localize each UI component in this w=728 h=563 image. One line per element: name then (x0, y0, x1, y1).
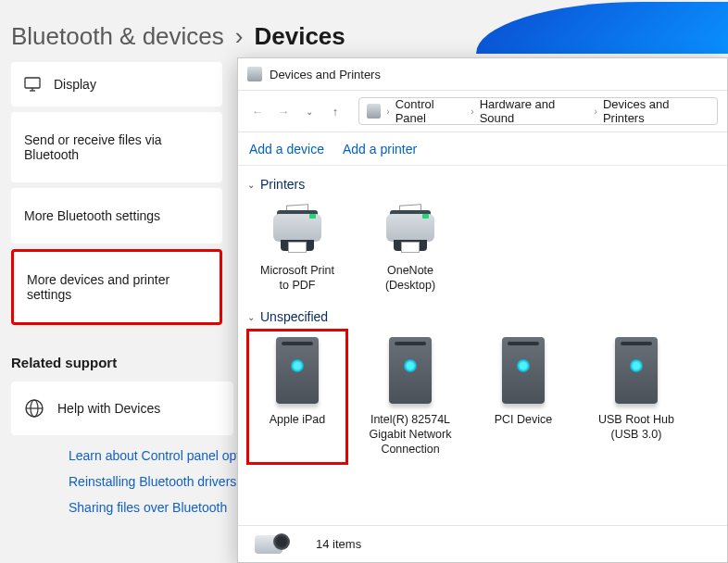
content-area: ⌄ Printers Microsoft Print to PDF OneNot… (238, 166, 727, 525)
category-label: Unspecified (260, 309, 328, 324)
add-printer-button[interactable]: Add a printer (343, 142, 417, 156)
breadcrumb-current: Devices (254, 22, 345, 51)
settings-item-label: Send or receive files via Bluetooth (24, 132, 209, 162)
category-unspecified[interactable]: ⌄ Unspecified (247, 306, 718, 330)
up-button[interactable]: ↑ (325, 101, 345, 121)
device-icon (269, 337, 326, 409)
titlebar[interactable]: Devices and Printers (238, 58, 727, 90)
devices-printers-icon (247, 67, 262, 81)
chevron-down-icon: ⌄ (247, 180, 255, 190)
breadcrumb-sep: › (235, 22, 244, 51)
status-bar: 14 items (238, 525, 727, 562)
settings-item-label: Display (54, 77, 96, 92)
device-item[interactable]: USB Root Hub (USB 3.0) (590, 333, 683, 460)
chevron-down-icon: ⌄ (247, 312, 255, 322)
nav-arrows: ← → ⌄ ↑ (247, 101, 345, 121)
toolbar: Add a device Add a printer (238, 132, 727, 166)
help-with-devices-label: Help with Devices (57, 401, 160, 416)
settings-item-label: More devices and printer settings (27, 272, 207, 302)
category-printers[interactable]: ⌄ Printers (247, 173, 718, 197)
status-device-icon (251, 532, 299, 557)
device-label: PCI Device (495, 413, 553, 428)
nav-bar: ← → ⌄ ↑ › Control Panel › Hardware and S… (238, 90, 727, 132)
settings-list: Display Send or receive files via Blueto… (0, 62, 233, 325)
category-label: Printers (260, 177, 305, 192)
printer-item[interactable]: OneNote (Desktop) (364, 201, 457, 296)
settings-item-send-receive[interactable]: Send or receive files via Bluetooth (11, 112, 222, 182)
devices-printers-window: Devices and Printers ← → ⌄ ↑ › Control P… (237, 57, 728, 563)
breadcrumb: Bluetooth & devices › Devices (0, 0, 482, 62)
device-icon (382, 337, 439, 409)
device-item-apple-ipad[interactable]: Apple iPad (251, 333, 344, 460)
back-button[interactable]: ← (247, 101, 268, 121)
help-with-devices[interactable]: Help with Devices (11, 382, 233, 435)
device-label: Apple iPad (270, 413, 325, 428)
printer-icon (381, 205, 440, 260)
device-label: OneNote (Desktop) (368, 264, 453, 293)
window-title: Devices and Printers (270, 68, 381, 81)
breadcrumb-parent[interactable]: Bluetooth & devices (11, 22, 224, 51)
addr-hardware-sound[interactable]: Hardware and Sound (480, 97, 589, 125)
add-device-button[interactable]: Add a device (249, 142, 324, 156)
device-icon (495, 337, 552, 409)
svg-rect-0 (25, 78, 40, 88)
device-label: USB Root Hub (USB 3.0) (594, 413, 679, 442)
device-label: Microsoft Print to PDF (255, 264, 340, 293)
addr-icon (367, 104, 381, 119)
display-icon (24, 77, 41, 92)
settings-item-label: More Bluetooth settings (24, 208, 160, 223)
addr-devices-printers[interactable]: Devices and Printers (603, 97, 709, 125)
printer-item[interactable]: Microsoft Print to PDF (251, 201, 344, 296)
settings-item-more-devices-printers[interactable]: More devices and printer settings (11, 249, 222, 325)
device-item[interactable]: PCI Device (477, 333, 570, 460)
addr-control-panel[interactable]: Control Panel (395, 97, 466, 125)
settings-item-display[interactable]: Display (11, 62, 222, 106)
unspecified-grid: Apple iPad Intel(R) 82574L Gigabit Netwo… (247, 330, 718, 469)
settings-item-more-bluetooth[interactable]: More Bluetooth settings (11, 188, 222, 244)
globe-icon (24, 398, 44, 419)
printer-icon (268, 205, 327, 260)
desktop-background (476, 2, 728, 54)
chevron-right-icon: › (595, 106, 597, 117)
address-bar[interactable]: › Control Panel › Hardware and Sound › D… (358, 97, 718, 125)
device-item[interactable]: Intel(R) 82574L Gigabit Network Connecti… (364, 333, 457, 460)
printers-grid: Microsoft Print to PDF OneNote (Desktop) (247, 197, 718, 306)
status-text: 14 items (316, 537, 361, 551)
forward-button[interactable]: → (273, 101, 294, 121)
recent-dropdown[interactable]: ⌄ (299, 101, 320, 121)
chevron-right-icon: › (471, 106, 473, 117)
chevron-right-icon: › (386, 106, 389, 117)
device-icon (608, 337, 665, 409)
device-label: Intel(R) 82574L Gigabit Network Connecti… (368, 413, 453, 457)
